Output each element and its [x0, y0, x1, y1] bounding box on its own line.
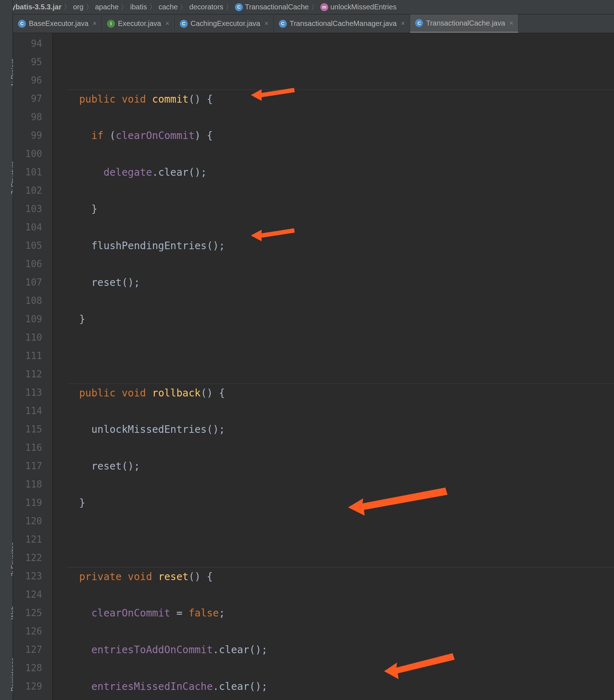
tab-base-executor[interactable]: C BaseExecutor.java × — [13, 14, 102, 33]
close-icon[interactable]: × — [400, 20, 405, 27]
class-icon: C — [235, 3, 243, 11]
close-icon[interactable]: × — [508, 19, 513, 27]
tab-transactional-cache-manager[interactable]: C TransactionalCacheManager.java × — [274, 14, 410, 33]
crumb-class[interactable]: CTransactionalCache — [233, 3, 310, 11]
crumb-apache[interactable]: apache — [94, 3, 120, 11]
tab-caching-executor[interactable]: C CachingExecutor.java × — [175, 14, 274, 33]
crumb-method[interactable]: munlockMissedEntries — [319, 3, 398, 11]
crumb-cache[interactable]: cache — [157, 3, 179, 11]
chevron-right-icon: 〉 — [310, 2, 319, 12]
chevron-right-icon: 〉 — [63, 2, 72, 12]
line-number-gutter: 94 95 96 97 98 99 100 101 102 103 104 10… — [13, 33, 53, 700]
class-icon: C — [279, 20, 287, 28]
close-icon[interactable]: × — [92, 20, 97, 27]
crumb-org[interactable]: org — [72, 3, 85, 11]
fold-column — [53, 33, 67, 700]
class-icon: C — [18, 20, 26, 28]
crumb-label: mybatis-3.5.3.jar — [5, 3, 62, 11]
class-icon: C — [180, 20, 188, 28]
left-tool-strip: 1: Project 7: Structure 2: Favorites Web… — [0, 0, 13, 700]
editor[interactable]: 94 95 96 97 98 99 100 101 102 103 104 10… — [13, 33, 614, 700]
close-icon[interactable]: × — [164, 20, 169, 27]
crumb-decorators[interactable]: decorators — [188, 3, 225, 11]
method-icon: m — [320, 3, 328, 11]
chevron-right-icon: 〉 — [225, 2, 233, 12]
tab-label: TransactionalCache.java — [426, 19, 505, 27]
editor-tabs: C BaseExecutor.java × I Executor.java × … — [13, 14, 614, 33]
interface-icon: I — [107, 20, 115, 28]
tab-label: TransactionalCacheManager.java — [290, 19, 397, 28]
tab-label: Executor.java — [118, 19, 161, 28]
close-icon[interactable]: × — [263, 20, 268, 27]
tab-label: BaseExecutor.java — [29, 19, 89, 28]
chevron-right-icon: 〉 — [148, 2, 157, 12]
class-icon: C — [415, 19, 423, 27]
chevron-right-icon: 〉 — [85, 2, 94, 12]
tab-executor[interactable]: I Executor.java × — [102, 14, 175, 33]
chevron-right-icon: 〉 — [179, 2, 188, 12]
tab-label: CachingExecutor.java — [191, 19, 260, 28]
chevron-right-icon: 〉 — [120, 2, 129, 12]
crumb-ibatis[interactable]: ibatis — [129, 3, 148, 11]
breadcrumb: mybatis-3.5.3.jar 〉 org 〉 apache 〉 ibati… — [0, 0, 614, 14]
tab-transactional-cache[interactable]: C TransactionalCache.java × — [410, 14, 519, 33]
code-area[interactable]: public void commit() { if (clearOnCommit… — [67, 33, 614, 700]
